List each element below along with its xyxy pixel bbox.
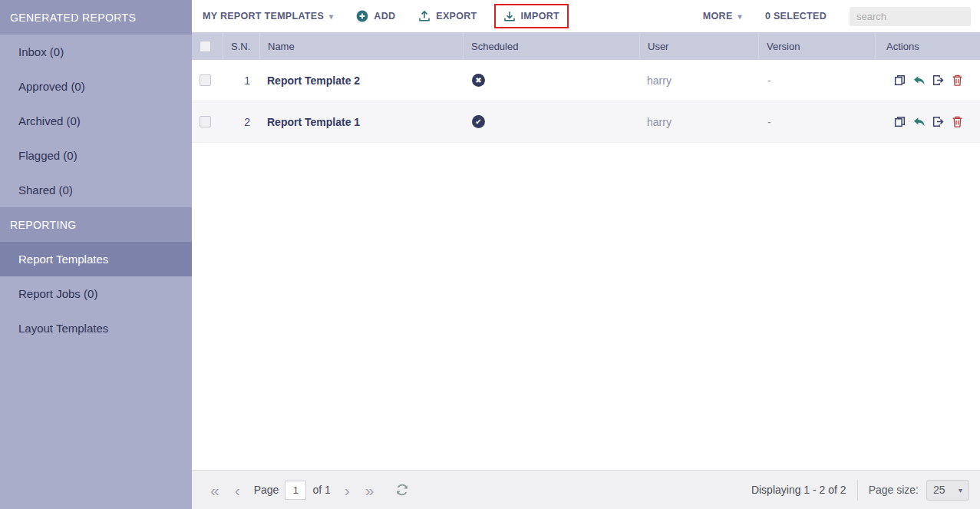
row-actions <box>875 74 980 87</box>
row-user: harry <box>639 74 758 87</box>
export-row-icon[interactable] <box>932 115 945 128</box>
templates-menu-button[interactable]: MY REPORT TEMPLATES ▾ <box>203 11 333 21</box>
row-scheduled-cell: ✖ <box>463 74 639 87</box>
not-scheduled-icon: ✖ <box>472 74 485 87</box>
delete-icon[interactable] <box>951 74 964 87</box>
sidebar-item-shared[interactable]: Shared (0) <box>0 173 192 207</box>
header-checkbox-cell <box>192 32 223 60</box>
chevron-down-icon: ▾ <box>959 486 962 494</box>
row-version: - <box>758 116 875 128</box>
sidebar-item-flagged[interactable]: Flagged (0) <box>0 138 192 173</box>
row-name-link[interactable]: Report Template 1 <box>259 116 463 128</box>
app-window: GENERATED REPORTS Inbox (0) Approved (0)… <box>0 0 980 509</box>
column-header-version[interactable]: Version <box>758 32 875 60</box>
sidebar-item-report-jobs[interactable]: Report Jobs (0) <box>0 276 192 311</box>
row-sn: 1 <box>223 74 259 87</box>
sidebar-section-reporting: REPORTING <box>0 207 192 242</box>
page-size-label: Page size: <box>869 484 919 496</box>
select-all-checkbox[interactable] <box>200 41 211 52</box>
page-size-value: 25 <box>933 484 945 496</box>
sidebar-item-archived[interactable]: Archived (0) <box>0 104 192 138</box>
table-row: 2 Report Template 1 ✔ harry - <box>192 101 980 143</box>
sidebar-item-layout-templates[interactable]: Layout Templates <box>0 311 192 345</box>
pagination-bar: « ‹ Page of 1 › » Displaying 1 - 2 of 2 … <box>192 470 980 509</box>
column-header-scheduled[interactable]: Scheduled <box>463 32 639 60</box>
page-of-label: of 1 <box>312 484 330 496</box>
row-name-link[interactable]: Report Template 2 <box>259 74 463 87</box>
download-icon <box>503 10 516 22</box>
export-button[interactable]: EXPORT <box>418 10 477 22</box>
row-checkbox-cell <box>192 74 223 86</box>
sidebar: GENERATED REPORTS Inbox (0) Approved (0)… <box>0 0 192 509</box>
revert-icon[interactable] <box>912 74 926 87</box>
import-button-label: IMPORT <box>521 11 559 21</box>
add-icon <box>356 10 368 22</box>
row-user: harry <box>639 116 758 128</box>
scheduled-icon: ✔ <box>472 115 485 128</box>
table-row: 1 Report Template 2 ✖ harry - <box>192 60 980 101</box>
more-button-label: MORE <box>703 11 733 21</box>
export-row-icon[interactable] <box>932 74 945 87</box>
search-input[interactable] <box>850 7 971 26</box>
revert-icon[interactable] <box>912 115 926 128</box>
page-size-group: Page size: 25 ▾ <box>857 480 969 501</box>
chevron-down-icon: ▾ <box>329 12 333 21</box>
sidebar-item-report-templates[interactable]: Report Templates <box>0 242 192 276</box>
page-label: Page <box>254 484 279 496</box>
row-checkbox[interactable] <box>200 74 211 86</box>
table-header-row: S.N. Name Scheduled User Version Actions <box>192 32 980 60</box>
last-page-button[interactable]: » <box>358 482 382 498</box>
main-panel: MY REPORT TEMPLATES ▾ ADD EXPORT <box>192 0 980 509</box>
page-input[interactable] <box>285 481 306 500</box>
displaying-label: Displaying 1 - 2 of 2 <box>751 484 857 496</box>
first-page-button[interactable]: « <box>203 482 227 498</box>
copy-icon[interactable] <box>893 74 906 87</box>
delete-icon[interactable] <box>951 115 964 128</box>
templates-menu-label: MY REPORT TEMPLATES <box>203 11 324 21</box>
pagination-right: Displaying 1 - 2 of 2 Page size: 25 ▾ <box>751 480 969 501</box>
column-header-actions: Actions <box>875 32 980 60</box>
sidebar-item-approved[interactable]: Approved (0) <box>0 69 192 104</box>
chevron-down-icon: ▾ <box>738 12 742 21</box>
row-actions <box>875 115 980 128</box>
copy-icon[interactable] <box>893 115 906 128</box>
toolbar: MY REPORT TEMPLATES ▾ ADD EXPORT <box>192 0 980 32</box>
row-version: - <box>758 74 875 87</box>
import-highlight-box: IMPORT <box>494 4 569 28</box>
column-header-user[interactable]: User <box>639 32 758 60</box>
import-button[interactable]: IMPORT <box>503 10 559 22</box>
more-button[interactable]: MORE ▾ <box>703 11 742 21</box>
prev-page-button[interactable]: ‹ <box>227 482 248 498</box>
row-checkbox[interactable] <box>200 116 211 127</box>
row-scheduled-cell: ✔ <box>463 115 639 128</box>
refresh-icon[interactable] <box>395 483 409 497</box>
next-page-button[interactable]: › <box>337 482 358 498</box>
add-button[interactable]: ADD <box>356 10 395 22</box>
column-header-sn[interactable]: S.N. <box>223 32 259 60</box>
sidebar-section-generated-reports: GENERATED REPORTS <box>0 0 192 35</box>
selected-count: 0 SELECTED <box>765 11 827 21</box>
row-sn: 2 <box>223 116 259 128</box>
export-button-label: EXPORT <box>436 11 477 21</box>
page-size-select[interactable]: 25 ▾ <box>926 480 969 501</box>
table-empty-area <box>192 143 980 470</box>
sidebar-item-inbox[interactable]: Inbox (0) <box>0 35 192 69</box>
upload-icon <box>418 10 431 22</box>
row-checkbox-cell <box>192 116 223 127</box>
toolbar-right: MORE ▾ 0 SELECTED <box>703 7 971 26</box>
add-button-label: ADD <box>374 11 395 21</box>
column-header-name[interactable]: Name <box>259 32 463 60</box>
